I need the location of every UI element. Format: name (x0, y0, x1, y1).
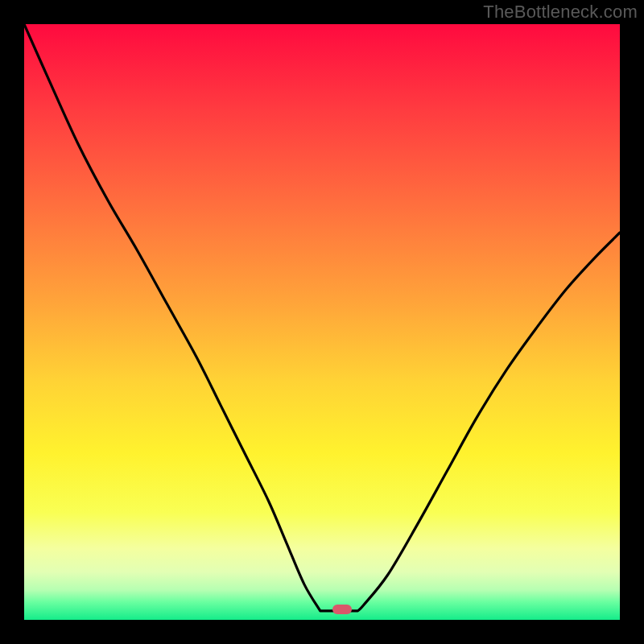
optimum-marker (332, 605, 352, 614)
gradient-background (24, 24, 620, 620)
watermark-text: TheBottleneck.com (483, 2, 638, 23)
chart-frame: TheBottleneck.com (0, 0, 644, 644)
bottleneck-chart (24, 24, 620, 620)
